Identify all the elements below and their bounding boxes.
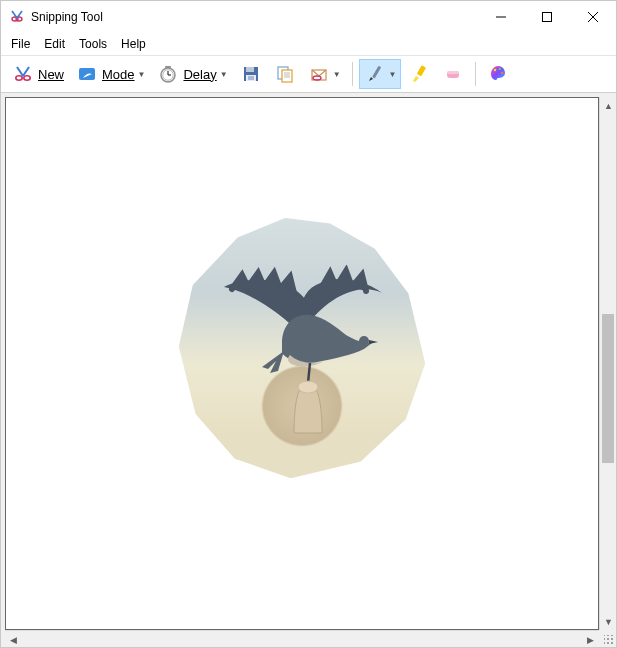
- menu-bar: File Edit Tools Help: [1, 33, 616, 55]
- envelope-icon: [308, 63, 330, 85]
- toolbar-separator: [352, 62, 353, 86]
- svg-point-9: [24, 76, 30, 80]
- delay-button[interactable]: Delay ▼: [152, 59, 232, 89]
- svg-rect-30: [372, 66, 381, 79]
- svg-point-39: [359, 336, 369, 346]
- snip-canvas[interactable]: [5, 97, 599, 630]
- scissors-icon: [12, 63, 34, 85]
- chevron-down-icon: ▼: [220, 70, 228, 79]
- eraser-button[interactable]: [437, 59, 469, 89]
- canvas-area: ▲ ▼ ◀ ▶: [1, 93, 616, 647]
- highlighter-button[interactable]: [403, 59, 435, 89]
- paint3d-button[interactable]: [482, 59, 514, 89]
- delay-label: Delay: [183, 67, 216, 82]
- chevron-down-icon: ▼: [389, 70, 397, 79]
- svg-rect-17: [165, 66, 171, 68]
- svg-rect-32: [417, 65, 426, 76]
- menu-file[interactable]: File: [5, 35, 36, 53]
- window-controls: [478, 1, 616, 33]
- svg-rect-24: [282, 70, 292, 82]
- menu-help[interactable]: Help: [115, 35, 152, 53]
- svg-point-8: [16, 76, 22, 80]
- pen-icon: [364, 63, 386, 85]
- svg-rect-35: [447, 71, 459, 74]
- eraser-icon: [442, 63, 464, 85]
- svg-rect-19: [246, 67, 254, 72]
- scroll-up-arrow[interactable]: ▲: [600, 97, 616, 114]
- svg-marker-33: [413, 76, 419, 82]
- app-icon: [9, 9, 25, 25]
- svg-point-38: [501, 72, 503, 74]
- resize-grip[interactable]: [599, 630, 616, 647]
- scroll-right-arrow[interactable]: ▶: [582, 631, 599, 648]
- new-button[interactable]: New: [7, 59, 69, 89]
- close-button[interactable]: [570, 1, 616, 33]
- svg-marker-31: [369, 77, 373, 81]
- svg-point-37: [499, 68, 501, 70]
- scroll-thumb[interactable]: [602, 314, 614, 464]
- rectangle-icon: [76, 63, 98, 85]
- vertical-scrollbar[interactable]: ▲ ▼: [599, 97, 616, 630]
- toolbar: New Mode ▼ Delay ▼: [1, 55, 616, 93]
- svg-line-11: [17, 67, 23, 76]
- snip-image: [162, 210, 442, 490]
- floppy-icon: [240, 63, 262, 85]
- window-title: Snipping Tool: [31, 10, 478, 24]
- svg-rect-5: [543, 13, 552, 22]
- scroll-down-arrow[interactable]: ▼: [600, 613, 616, 630]
- svg-marker-40: [369, 340, 378, 344]
- new-label: New: [38, 67, 64, 82]
- svg-rect-20: [246, 75, 256, 81]
- mode-button[interactable]: Mode ▼: [71, 59, 150, 89]
- svg-point-36: [494, 69, 496, 71]
- copy-button[interactable]: [269, 59, 301, 89]
- paint3d-icon: [487, 63, 509, 85]
- title-bar: Snipping Tool: [1, 1, 616, 33]
- pen-button[interactable]: ▼: [359, 59, 402, 89]
- highlighter-icon: [408, 63, 430, 85]
- minimize-button[interactable]: [478, 1, 524, 33]
- svg-line-10: [23, 67, 29, 76]
- chevron-down-icon: ▼: [138, 70, 146, 79]
- scroll-track[interactable]: [22, 631, 582, 647]
- send-button[interactable]: ▼: [303, 59, 346, 89]
- horizontal-scrollbar[interactable]: ◀ ▶: [5, 630, 599, 647]
- svg-point-42: [298, 381, 318, 393]
- copy-icon: [274, 63, 296, 85]
- menu-tools[interactable]: Tools: [73, 35, 113, 53]
- clock-icon: [157, 63, 179, 85]
- menu-edit[interactable]: Edit: [38, 35, 71, 53]
- toolbar-separator: [475, 62, 476, 86]
- svg-rect-12: [79, 68, 95, 80]
- save-button[interactable]: [235, 59, 267, 89]
- mode-label: Mode: [102, 67, 135, 82]
- maximize-button[interactable]: [524, 1, 570, 33]
- chevron-down-icon: ▼: [333, 70, 341, 79]
- scroll-track[interactable]: [600, 114, 616, 613]
- scroll-left-arrow[interactable]: ◀: [5, 631, 22, 648]
